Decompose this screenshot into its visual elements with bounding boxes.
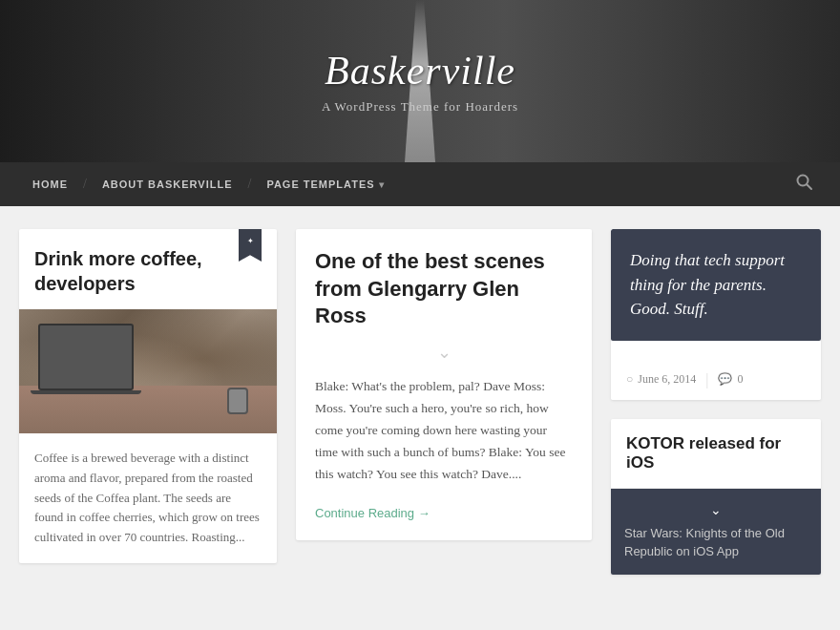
sidebar-chevron-wrapper: ⌄	[624, 502, 808, 518]
nav-item-page-templates[interactable]: PAGE TEMPLATES ▾	[253, 162, 397, 206]
left-article-image	[19, 309, 277, 433]
middle-article-title: One of the best scenes from Glengarry Gl…	[315, 248, 573, 330]
left-card-body: Coffee is a brewed beverage with a disti…	[19, 433, 277, 563]
middle-article-card: One of the best scenes from Glengarry Gl…	[296, 229, 592, 540]
site-title: Baskerville	[325, 48, 515, 94]
nav-item-about[interactable]: ABOUT BASKERVILLE	[89, 162, 246, 206]
left-article-card: Drink more coffee, developers Coffee is …	[19, 229, 277, 563]
quote-comments-count: 0	[737, 372, 743, 387]
kotor-title: KOTOR released for iOS	[626, 434, 806, 472]
quote-date-text: June 6, 2014	[638, 372, 696, 387]
quote-comments: 💬 0	[718, 372, 743, 387]
quote-text: Doing that tech support thing for the pa…	[630, 248, 802, 322]
comment-icon: 💬	[718, 372, 732, 387]
main-content: Drink more coffee, developers Coffee is …	[0, 206, 840, 605]
middle-column: One of the best scenes from Glengarry Gl…	[296, 229, 592, 582]
main-navigation: HOME / ABOUT BASKERVILLE / PAGE TEMPLATE…	[0, 162, 840, 206]
quote-date: ○ June 6, 2014	[626, 372, 696, 387]
middle-article-body: Blake: What's the problem, pal? Dave Mos…	[315, 376, 573, 486]
watch-visual	[227, 388, 248, 414]
kotor-card-header: KOTOR released for iOS	[611, 419, 821, 489]
left-article-body: Coffee is a brewed beverage with a disti…	[34, 449, 262, 548]
continue-reading-link[interactable]: Continue Reading →	[315, 506, 430, 520]
nav-separator-1: /	[81, 177, 89, 192]
nav-dropdown-arrow: ▾	[379, 179, 385, 190]
kotor-subtitle: Star Wars: Knights of the Old Republic o…	[624, 524, 808, 561]
left-column: Drink more coffee, developers Coffee is …	[19, 229, 277, 582]
article-divider: ⌄	[315, 342, 573, 363]
kotor-card-body: ⌄ Star Wars: Knights of the Old Republic…	[611, 489, 821, 575]
nav-items: HOME / ABOUT BASKERVILLE / PAGE TEMPLATE…	[19, 162, 788, 206]
laptop-visual	[38, 324, 134, 390]
left-article-title: Drink more coffee, developers	[34, 246, 262, 296]
kotor-card: KOTOR released for iOS ⌄ Star Wars: Knig…	[611, 419, 821, 575]
nav-search-button[interactable]	[788, 174, 821, 195]
chevron-right-icon: ⌄	[710, 502, 722, 518]
clock-icon: ○	[626, 372, 633, 387]
site-header: Baskerville A WordPress Theme for Hoarde…	[0, 0, 840, 162]
quote-card-body: Doing that tech support thing for the pa…	[611, 229, 821, 341]
left-card-header: Drink more coffee, developers	[19, 229, 277, 309]
right-column: Doing that tech support thing for the pa…	[611, 229, 821, 582]
chevron-down-icon: ⌄	[437, 342, 452, 363]
nav-separator-2: /	[245, 177, 253, 192]
quote-card: Doing that tech support thing for the pa…	[611, 229, 821, 400]
quote-meta: ○ June 6, 2014 | 💬 0	[611, 360, 821, 400]
search-icon	[796, 174, 813, 191]
site-tagline: A WordPress Theme for Hoarders	[322, 99, 518, 115]
nav-item-home[interactable]: HOME	[19, 162, 81, 206]
nav-page-templates-label: PAGE TEMPLATES	[266, 178, 374, 190]
meta-divider: |	[705, 371, 708, 388]
svg-line-1	[808, 185, 812, 190]
